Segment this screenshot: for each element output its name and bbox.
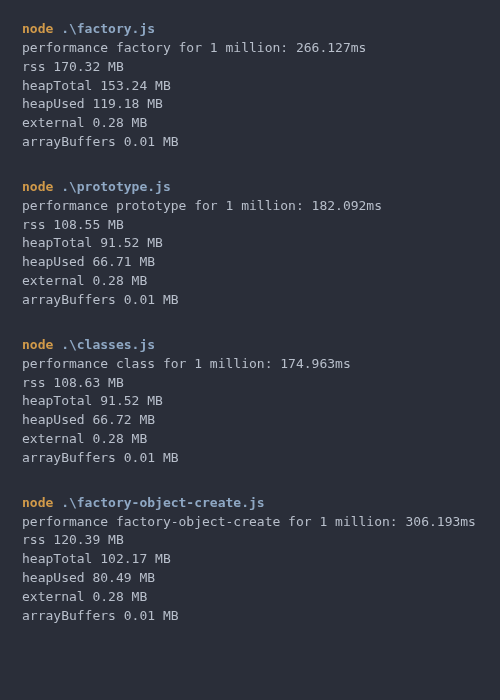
rss-line: rss 120.39 MB	[22, 531, 478, 550]
array-buffers-line: arrayBuffers 0.01 MB	[22, 607, 478, 626]
command-executable: node	[22, 495, 53, 510]
external-line: external 0.28 MB	[22, 114, 478, 133]
benchmark-block: node .\factory-object-create.js performa…	[22, 494, 478, 626]
command-argument: .\factory.js	[61, 21, 155, 36]
rss-line: rss 108.55 MB	[22, 216, 478, 235]
command-executable: node	[22, 21, 53, 36]
heap-total-line: heapTotal 91.52 MB	[22, 234, 478, 253]
rss-line: rss 108.63 MB	[22, 374, 478, 393]
heap-used-line: heapUsed 80.49 MB	[22, 569, 478, 588]
performance-line: performance class for 1 million: 174.963…	[22, 355, 478, 374]
command-executable: node	[22, 337, 53, 352]
benchmark-block: node .\classes.js performance class for …	[22, 336, 478, 468]
array-buffers-line: arrayBuffers 0.01 MB	[22, 133, 478, 152]
external-line: external 0.28 MB	[22, 588, 478, 607]
command-executable: node	[22, 179, 53, 194]
heap-used-line: heapUsed 66.71 MB	[22, 253, 478, 272]
heap-total-line: heapTotal 153.24 MB	[22, 77, 478, 96]
terminal-output: node .\factory.js performance factory fo…	[0, 0, 500, 700]
heap-used-line: heapUsed 119.18 MB	[22, 95, 478, 114]
heap-used-line: heapUsed 66.72 MB	[22, 411, 478, 430]
performance-line: performance factory-object-create for 1 …	[22, 513, 478, 532]
command-argument: .\classes.js	[61, 337, 155, 352]
benchmark-block: node .\prototype.js performance prototyp…	[22, 178, 478, 310]
command-argument: .\prototype.js	[61, 179, 171, 194]
command-line: node .\classes.js	[22, 336, 478, 355]
benchmark-block: node .\factory.js performance factory fo…	[22, 20, 478, 152]
performance-line: performance factory for 1 million: 266.1…	[22, 39, 478, 58]
command-line: node .\prototype.js	[22, 178, 478, 197]
external-line: external 0.28 MB	[22, 430, 478, 449]
performance-line: performance prototype for 1 million: 182…	[22, 197, 478, 216]
heap-total-line: heapTotal 91.52 MB	[22, 392, 478, 411]
command-argument: .\factory-object-create.js	[61, 495, 265, 510]
rss-line: rss 170.32 MB	[22, 58, 478, 77]
command-line: node .\factory-object-create.js	[22, 494, 478, 513]
external-line: external 0.28 MB	[22, 272, 478, 291]
command-line: node .\factory.js	[22, 20, 478, 39]
array-buffers-line: arrayBuffers 0.01 MB	[22, 449, 478, 468]
heap-total-line: heapTotal 102.17 MB	[22, 550, 478, 569]
array-buffers-line: arrayBuffers 0.01 MB	[22, 291, 478, 310]
